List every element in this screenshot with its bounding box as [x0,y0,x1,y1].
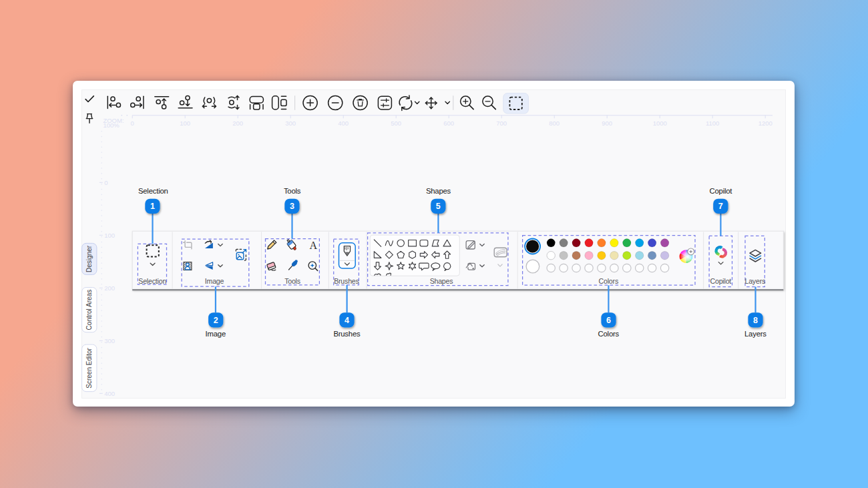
svg-text:200: 200 [232,119,243,127]
svg-text:Image: Image [205,277,224,285]
svg-text:Shapes: Shapes [430,277,453,285]
svg-text:1000: 1000 [653,119,667,127]
svg-text:Copilot: Copilot [710,277,732,285]
svg-text:Brushes: Brushes [333,330,361,338]
svg-text:Tools: Tools [284,277,300,285]
svg-text:Designer: Designer [85,245,93,272]
svg-text:Control Areas: Control Areas [85,290,93,330]
svg-text:5: 5 [436,202,441,211]
svg-text:300: 300 [285,119,296,127]
svg-text:2: 2 [214,316,218,325]
svg-text:400: 400 [104,390,115,397]
svg-text:1200: 1200 [758,119,773,127]
svg-text:Layers: Layers [744,277,765,285]
svg-text:1100: 1100 [706,119,719,127]
svg-text:300: 300 [104,337,115,344]
svg-text:Screen Editor: Screen Editor [85,347,93,388]
svg-text:1: 1 [150,202,155,211]
svg-text:400: 400 [338,119,349,127]
svg-text:Copilot: Copilot [710,187,733,195]
svg-text:Tools: Tools [284,187,301,195]
svg-text:A: A [310,240,318,251]
svg-text:100: 100 [180,119,190,127]
svg-text:Brushes: Brushes [334,277,359,285]
svg-text:700: 700 [496,119,507,127]
svg-text:500: 500 [391,119,401,127]
svg-text:0: 0 [104,179,107,186]
svg-text:4: 4 [345,316,349,325]
svg-text:200: 200 [104,284,115,292]
svg-text:800: 800 [549,119,560,127]
svg-text:6: 6 [606,316,611,325]
svg-text:Shapes: Shapes [426,187,451,195]
svg-text:8: 8 [753,316,758,325]
svg-text:0: 0 [131,119,134,127]
svg-text:100: 100 [104,232,115,239]
svg-text:Selection: Selection [138,277,166,285]
svg-text:3: 3 [290,202,294,211]
svg-text:Selection: Selection [138,187,168,195]
svg-text:100%: 100% [103,121,120,129]
svg-text:Layers: Layers [744,330,767,338]
svg-text:600: 600 [443,119,454,127]
svg-text:7: 7 [718,202,723,211]
svg-text:Image: Image [206,330,226,338]
svg-text:Colors: Colors [599,277,618,285]
svg-text:900: 900 [602,119,612,127]
svg-text:Colors: Colors [598,330,620,338]
